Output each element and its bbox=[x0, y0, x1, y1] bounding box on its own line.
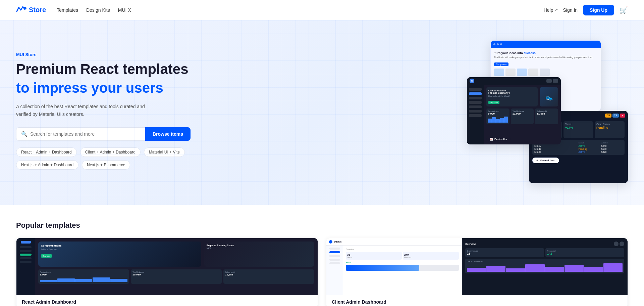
thumb-3 bbox=[528, 69, 538, 76]
signin-button[interactable]: Sign In bbox=[563, 7, 578, 13]
template-card-title-2: Client Admin Dashboard bbox=[332, 299, 622, 305]
signup-button[interactable]: Sign Up bbox=[583, 5, 614, 15]
template-card-react-admin[interactable]: Congratulations Fabiana Capmany ! Buy no… bbox=[16, 238, 318, 306]
nav-link-mui-x[interactable]: MUI X bbox=[118, 7, 131, 13]
nav-link-templates[interactable]: Templates bbox=[57, 7, 78, 13]
tag-chip-2[interactable]: Material UI + Vite bbox=[144, 147, 185, 157]
badge-bestseller: 📈 Bestseller bbox=[486, 137, 511, 142]
section-title: Popular templates bbox=[16, 221, 628, 230]
tag-chip-4[interactable]: Next.js + Ecommerce bbox=[82, 160, 130, 170]
logo-text: Store bbox=[29, 6, 46, 14]
help-button[interactable]: Help ↗ bbox=[544, 7, 558, 13]
badge-newest: ✦ Newest item bbox=[532, 158, 559, 163]
nav-link-design-kits[interactable]: Design Kits bbox=[86, 7, 110, 13]
template-card-client-admin[interactable]: DevKit Overview bbox=[326, 238, 628, 306]
thumb-0 bbox=[494, 69, 504, 76]
navbar: Store Templates Design Kits MUI X Help ↗… bbox=[0, 0, 644, 20]
hero-section: MUI Store Premium React templates to imp… bbox=[0, 20, 644, 205]
thumb-2 bbox=[517, 69, 527, 76]
logo-icon bbox=[16, 5, 27, 15]
hero-title: Premium React templates bbox=[16, 61, 191, 77]
light-card-subtitle: Find tools will make your product look m… bbox=[494, 56, 597, 58]
cart-icon[interactable]: 🛒 bbox=[620, 6, 628, 14]
hero-card-dark: N bbox=[467, 77, 561, 144]
templates-grid: Congratulations Fabiana Capmany ! Buy no… bbox=[16, 238, 628, 306]
nav-links: Templates Design Kits MUI X bbox=[57, 7, 131, 13]
search-bar: 🔍 Browse items bbox=[16, 127, 191, 141]
external-link-icon: ↗ bbox=[555, 8, 558, 12]
hero-description: A collection of the best React templates… bbox=[16, 103, 150, 118]
hero-images: Turn your ideas into success. Find tools… bbox=[467, 40, 628, 181]
browse-button[interactable]: Browse items bbox=[145, 127, 191, 141]
dark-card-header: N bbox=[467, 77, 561, 85]
thumb-4 bbox=[540, 69, 550, 76]
thumb-row bbox=[494, 69, 597, 76]
tag-chip-3[interactable]: Next.js + Admin + Dashboard bbox=[16, 160, 78, 170]
tag-chip-0[interactable]: React + Admin + Dashboard bbox=[16, 147, 77, 157]
thumb-1 bbox=[505, 69, 516, 76]
hero-tag: MUI Store bbox=[16, 52, 191, 57]
template-card-info: React Admin Dashboard bbox=[16, 295, 318, 306]
tag-chip-1[interactable]: Client + Admin + Dashboard bbox=[80, 147, 141, 157]
search-input[interactable] bbox=[30, 131, 140, 137]
search-icon: 🔍 bbox=[21, 131, 28, 137]
template-card-title: React Admin Dashboard bbox=[22, 299, 312, 305]
template-card-info-2: Client Admin Dashboard bbox=[326, 295, 628, 306]
light-card-title: Turn your ideas into success. bbox=[494, 51, 597, 55]
hero-subtitle: to impress your users bbox=[16, 80, 191, 96]
light-card-btn: Shop now bbox=[494, 62, 508, 66]
search-input-wrap: 🔍 bbox=[16, 127, 145, 141]
logo[interactable]: Store bbox=[16, 5, 46, 15]
popular-section: Popular templates bbox=[0, 205, 644, 306]
nav-right: Help ↗ Sign In Sign Up 🛒 bbox=[544, 5, 628, 15]
svg-point-0 bbox=[24, 7, 26, 9]
hero-content: MUI Store Premium React templates to imp… bbox=[16, 52, 191, 170]
tag-chips: React + Admin + Dashboard Client + Admin… bbox=[16, 147, 191, 170]
sparkle-icon: ✦ bbox=[536, 159, 538, 162]
